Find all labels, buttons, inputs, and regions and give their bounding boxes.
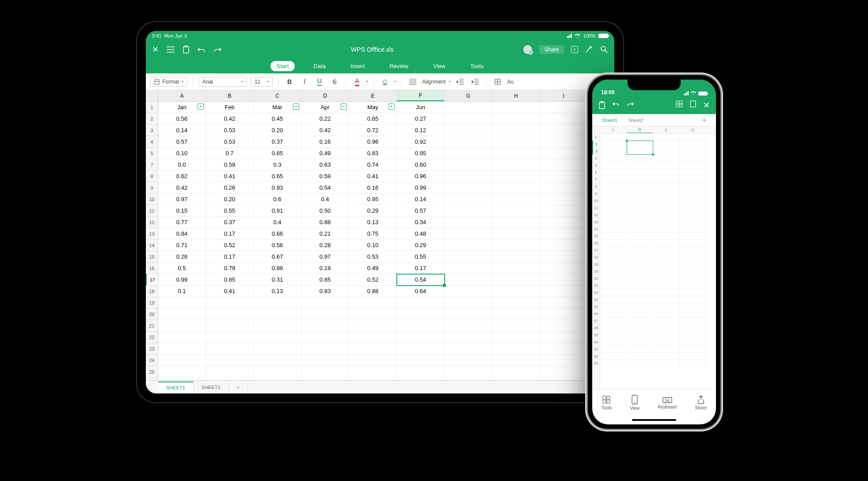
cell[interactable] (492, 240, 540, 251)
row-header[interactable]: 30 (592, 339, 600, 346)
tools-button[interactable]: Tools (602, 395, 612, 410)
cell[interactable]: 0.5 (158, 263, 206, 274)
cell[interactable] (627, 155, 653, 162)
cell[interactable] (600, 360, 627, 367)
cell[interactable]: 0.55 (397, 251, 445, 263)
cell[interactable] (445, 113, 492, 125)
cell[interactable] (627, 339, 653, 346)
cell[interactable]: 0.10 (158, 148, 206, 159)
cell[interactable] (680, 339, 706, 346)
row-header[interactable]: 32 (592, 353, 600, 360)
row-header[interactable]: 9 (592, 190, 600, 197)
fill-color-button[interactable] (379, 76, 391, 88)
col-header[interactable]: E (349, 90, 397, 101)
undo-icon[interactable] (613, 101, 620, 109)
filter-dropdown-icon[interactable]: ▾ (388, 103, 395, 110)
cell[interactable] (445, 205, 492, 217)
cell[interactable] (540, 309, 588, 320)
cell[interactable] (653, 218, 680, 225)
cell[interactable]: 0.49 (349, 263, 397, 274)
cell[interactable] (397, 320, 445, 332)
col-header[interactable]: B (206, 90, 254, 101)
cell[interactable]: 0.6 (254, 194, 301, 205)
cell[interactable]: 0.67 (254, 251, 301, 263)
cell[interactable] (680, 211, 706, 218)
cell[interactable] (158, 309, 206, 320)
cell[interactable] (600, 339, 627, 346)
cell[interactable] (492, 228, 540, 240)
cell[interactable] (492, 251, 540, 263)
clipboard-icon[interactable] (183, 46, 190, 53)
row-header[interactable]: 11 (592, 204, 600, 211)
cell[interactable] (600, 353, 627, 360)
row-header[interactable]: 24 (592, 296, 600, 303)
cell[interactable]: 0.72 (349, 125, 397, 136)
cell[interactable] (600, 155, 627, 162)
close-icon[interactable]: ✕ (703, 100, 710, 110)
cell[interactable] (301, 343, 349, 355)
col-header[interactable]: F (397, 90, 445, 101)
col-header[interactable]: D (301, 90, 349, 101)
cell[interactable] (492, 182, 540, 194)
cell[interactable] (158, 343, 206, 355)
tab-data[interactable]: Data (307, 61, 331, 71)
cell[interactable]: 0.3 (254, 159, 301, 171)
cell[interactable]: 0.93 (254, 182, 301, 194)
row-header[interactable]: 29 (592, 332, 600, 339)
filter-dropdown-icon[interactable]: ▾ (293, 103, 299, 110)
tab-review[interactable]: Review (383, 61, 415, 71)
cell[interactable] (254, 332, 301, 343)
cell[interactable] (254, 320, 301, 332)
cell[interactable] (492, 217, 540, 228)
cell[interactable] (627, 346, 653, 353)
cell[interactable] (206, 297, 254, 309)
cell[interactable] (680, 254, 706, 261)
cell[interactable] (540, 113, 588, 125)
row-header[interactable]: 19 (592, 261, 600, 268)
cell[interactable] (492, 263, 540, 274)
cell[interactable] (301, 355, 349, 366)
cell[interactable] (397, 309, 445, 320)
cell[interactable] (349, 297, 397, 309)
cell[interactable] (627, 282, 653, 289)
indent-decrease-button[interactable] (454, 76, 466, 88)
row-header[interactable]: 25 (592, 303, 600, 310)
row-header[interactable]: 10 (146, 194, 158, 205)
cell[interactable] (600, 247, 627, 254)
row-header[interactable]: 9 (146, 182, 158, 194)
cell[interactable]: 0.56 (254, 240, 301, 251)
cell[interactable] (600, 233, 627, 240)
cell[interactable] (492, 309, 540, 320)
cell[interactable] (653, 339, 680, 346)
cell[interactable] (627, 353, 653, 360)
cell[interactable] (397, 366, 445, 378)
cell[interactable] (349, 343, 397, 355)
cell[interactable]: 0.29 (397, 240, 445, 251)
col-header[interactable]: A (158, 90, 206, 101)
cell[interactable]: 0.65 (254, 171, 301, 182)
cell[interactable] (653, 148, 680, 155)
cell[interactable] (627, 247, 653, 254)
row-header[interactable]: 15 (146, 251, 158, 263)
row-header-gutter[interactable]: 1234578910111213141516171819202122232425 (146, 90, 158, 380)
cell[interactable] (680, 324, 706, 332)
cell[interactable] (627, 218, 653, 225)
cell[interactable] (540, 263, 588, 274)
row-header[interactable]: 14 (146, 240, 158, 251)
cell[interactable] (600, 261, 627, 268)
cell[interactable]: 0.92 (397, 136, 445, 148)
row-header[interactable]: 14 (592, 225, 600, 233)
cell[interactable] (653, 346, 680, 353)
cell[interactable] (445, 286, 492, 297)
row-header[interactable]: 18 (592, 254, 600, 261)
tab-tools[interactable]: Tools (464, 61, 490, 71)
cell[interactable] (680, 289, 706, 296)
cell[interactable]: 0.16 (349, 182, 397, 194)
header-cell[interactable]: Jun (397, 102, 445, 113)
cell[interactable] (680, 218, 706, 225)
cell[interactable]: 0.12 (397, 125, 445, 136)
row-header[interactable]: 31 (592, 346, 600, 353)
row-header[interactable]: 8 (592, 183, 600, 190)
row-header[interactable]: 21 (592, 275, 600, 282)
cell[interactable] (254, 366, 301, 378)
